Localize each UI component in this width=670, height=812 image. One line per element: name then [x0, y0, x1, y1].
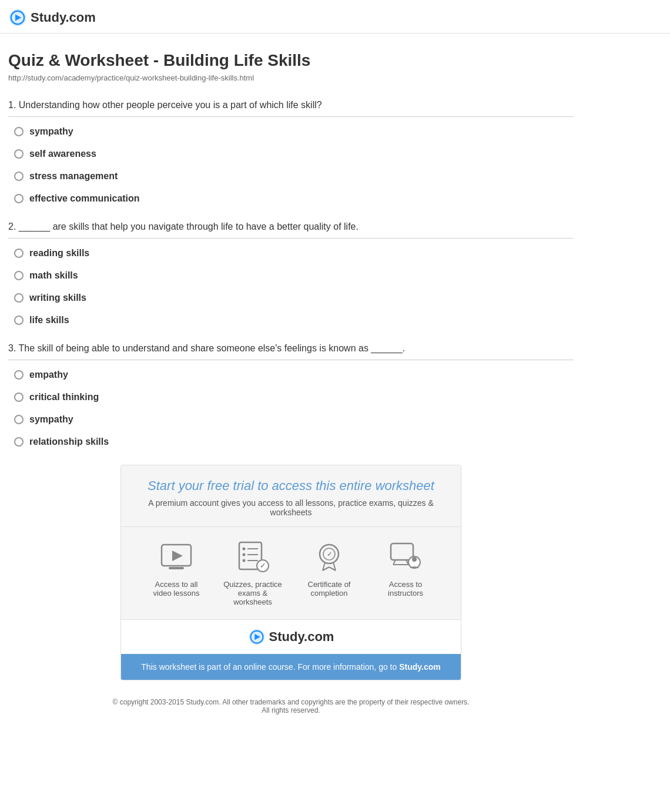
radio-1-1[interactable] [14, 127, 24, 136]
svg-rect-5 [169, 567, 184, 569]
promo-logo-text: Study.com [269, 629, 334, 645]
answer-label-1-1: sympathy [29, 126, 73, 137]
video-feature-icon [159, 540, 193, 574]
question-2-body: ______ are skills that help you navigate… [19, 222, 359, 231]
answer-3-3[interactable]: sympathy [8, 414, 574, 425]
promo-footer-link[interactable]: Study.com [399, 662, 441, 672]
svg-point-7 [243, 548, 246, 551]
answer-label-3-1: empathy [29, 370, 68, 380]
answer-label-1-4: effective communication [29, 193, 140, 204]
answer-1-3[interactable]: stress management [8, 171, 574, 182]
promo-header: Start your free trial to access this ent… [121, 465, 461, 527]
answer-2-1[interactable]: reading skills [8, 248, 574, 259]
promo-logo-inner: Study.com [129, 628, 453, 646]
answer-label-3-2: critical thinking [29, 392, 99, 402]
main-content: Quiz & Worksheet - Building Life Skills … [0, 33, 582, 732]
svg-point-27 [412, 557, 417, 562]
feature-certificate-label: Certificate ofcompletion [308, 580, 351, 598]
question-1-text: 1. Understanding how other people percei… [8, 100, 574, 117]
logo-container: Study.com [8, 8, 662, 27]
question-2-block: 2. ______ are skills that help you navig… [8, 222, 574, 326]
svg-point-9 [243, 559, 246, 562]
question-3-body: The skill of being able to understand an… [19, 343, 406, 353]
question-1-number: 1. [8, 100, 16, 110]
answer-label-1-2: self awareness [29, 149, 96, 159]
radio-3-2[interactable] [14, 392, 24, 402]
answer-label-3-3: sympathy [29, 414, 73, 425]
instructor-icon [388, 540, 423, 574]
svg-point-8 [243, 553, 246, 556]
answer-1-4[interactable]: effective communication [8, 193, 574, 204]
page-url: http://study.com/academy/practice/quiz-w… [8, 73, 574, 82]
promo-box: Start your free trial to access this ent… [120, 465, 461, 680]
answer-label-1-3: stress management [29, 171, 118, 182]
radio-2-4[interactable] [14, 316, 24, 325]
radio-2-2[interactable] [14, 271, 24, 280]
feature-video: Access to allvideo lessons [147, 540, 206, 606]
answer-3-4[interactable]: relationship skills [8, 437, 574, 447]
radio-3-4[interactable] [14, 437, 24, 447]
answer-3-2[interactable]: critical thinking [8, 392, 574, 402]
radio-1-2[interactable] [14, 149, 24, 159]
svg-marker-4 [172, 551, 183, 561]
footer-copyright: © copyright 2003-2015 Study.com. All oth… [14, 698, 568, 706]
radio-2-1[interactable] [14, 249, 24, 258]
answer-label-3-4: relationship skills [29, 437, 109, 447]
answer-2-4[interactable]: life skills [8, 315, 574, 326]
promo-features: Access to allvideo lessons ✓ [121, 527, 461, 619]
feature-instructors-label: Access toinstructors [388, 580, 423, 598]
footer: © copyright 2003-2015 Study.com. All oth… [8, 692, 574, 720]
feature-instructors: Access toinstructors [376, 540, 435, 606]
question-3-text: 3. The skill of being able to understand… [8, 343, 574, 360]
answer-2-3[interactable]: writing skills [8, 293, 574, 303]
svg-text:✓: ✓ [260, 562, 266, 570]
promo-subtitle: A premium account gives you access to al… [133, 498, 449, 517]
promo-logo: Study.com [121, 619, 461, 654]
logo-text: Study.com [31, 10, 96, 25]
answer-label-2-2: math skills [29, 270, 78, 281]
feature-quizzes: ✓ Quizzes, practiceexams & worksheets [223, 540, 282, 606]
question-3-block: 3. The skill of being able to understand… [8, 343, 574, 447]
promo-footer-text: This worksheet is part of an online cour… [141, 662, 399, 672]
feature-certificate: ✓ Certificate ofcompletion [300, 540, 359, 606]
cert-feature-icon: ✓ [312, 540, 346, 574]
answer-1-2[interactable]: self awareness [8, 149, 574, 159]
promo-title: Start your free trial to access this ent… [133, 478, 449, 494]
page-title: Quiz & Worksheet - Building Life Skills [8, 51, 574, 70]
video-icon [159, 540, 193, 574]
answer-label-2-3: writing skills [29, 293, 86, 303]
question-1-block: 1. Understanding how other people percei… [8, 100, 574, 204]
answer-1-1[interactable]: sympathy [8, 126, 574, 137]
question-2-text: 2. ______ are skills that help you navig… [8, 222, 574, 239]
answer-3-1[interactable]: empathy [8, 370, 574, 380]
question-1-body: Understanding how other people perceive … [19, 100, 322, 110]
feature-quizzes-label: Quizzes, practiceexams & worksheets [223, 580, 282, 606]
svg-text:✓: ✓ [327, 551, 332, 558]
answer-label-2-4: life skills [29, 315, 69, 326]
svg-rect-22 [391, 543, 413, 560]
feature-video-label: Access to allvideo lessons [153, 580, 200, 598]
radio-3-1[interactable] [14, 370, 24, 380]
study-logo-icon [8, 8, 27, 27]
quiz-feature-icon: ✓ [236, 540, 270, 574]
radio-2-3[interactable] [14, 293, 24, 303]
question-2-number: 2. [8, 222, 16, 231]
radio-3-3[interactable] [14, 415, 24, 424]
footer-rights: All rights reserved. [14, 706, 568, 714]
answer-2-2[interactable]: math skills [8, 270, 574, 281]
promo-bottom: This worksheet is part of an online cour… [121, 654, 461, 680]
radio-1-4[interactable] [14, 194, 24, 203]
question-3-number: 3. [8, 343, 16, 353]
radio-1-3[interactable] [14, 172, 24, 181]
header: Study.com [0, 0, 670, 33]
answer-label-2-1: reading skills [29, 248, 89, 259]
quiz-icon: ✓ [236, 540, 270, 574]
instructor-feature-icon [388, 540, 423, 574]
promo-logo-icon [248, 628, 266, 646]
cert-icon: ✓ [312, 540, 346, 574]
